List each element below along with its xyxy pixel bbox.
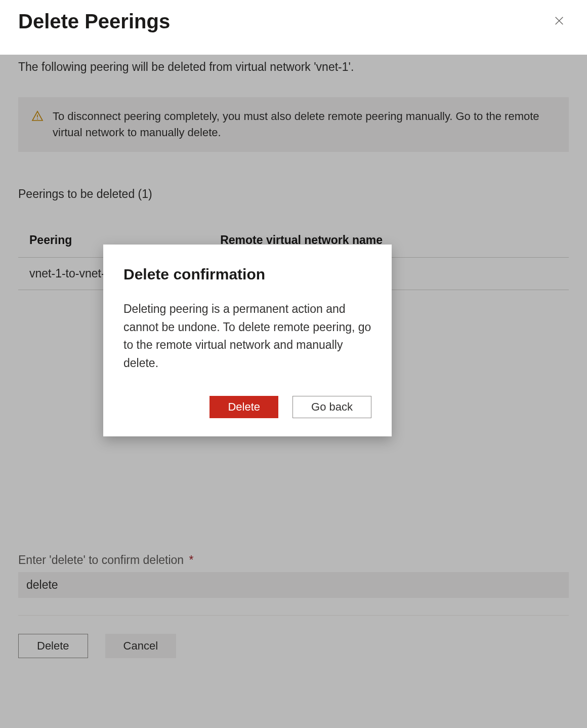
section-label: Peerings to be deleted (1) xyxy=(18,187,569,201)
confirm-label: Enter 'delete' to confirm deletion * xyxy=(18,553,569,567)
page-title: Delete Peerings xyxy=(18,10,170,33)
cancel-button[interactable]: Cancel xyxy=(105,634,176,658)
modal-buttons: Delete Go back xyxy=(123,396,371,418)
modal-go-back-button[interactable]: Go back xyxy=(292,396,371,418)
modal-delete-button[interactable]: Delete xyxy=(209,396,278,418)
warning-alert: To disconnect peering completely, you mu… xyxy=(18,97,569,152)
required-indicator: * xyxy=(189,553,194,567)
footer-buttons: Delete Cancel xyxy=(18,634,569,658)
modal-title: Delete confirmation xyxy=(123,266,371,283)
delete-confirmation-modal: Delete confirmation Deleting peering is … xyxy=(103,245,392,436)
warning-icon xyxy=(31,108,44,124)
confirm-input[interactable] xyxy=(18,572,569,598)
divider xyxy=(18,615,569,616)
confirm-label-text: Enter 'delete' to confirm deletion xyxy=(18,553,184,567)
close-button[interactable] xyxy=(550,11,569,32)
warning-text: To disconnect peering completely, you mu… xyxy=(53,108,556,141)
intro-text: The following peering will be deleted fr… xyxy=(18,60,569,74)
panel-header: Delete Peerings xyxy=(0,0,587,45)
modal-text: Deleting peering is a permanent action a… xyxy=(123,300,371,373)
svg-point-1 xyxy=(37,118,38,119)
delete-button[interactable]: Delete xyxy=(18,634,88,658)
close-icon xyxy=(554,15,565,28)
